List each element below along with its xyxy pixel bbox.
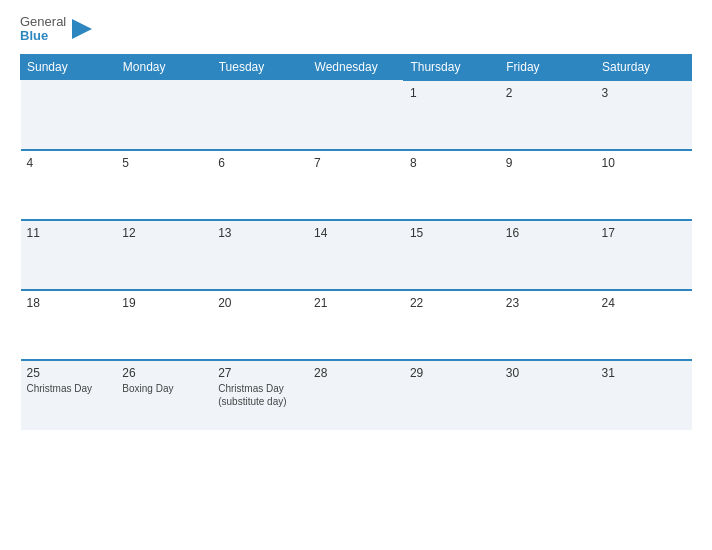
day-number: 15 <box>410 226 494 240</box>
day-header-wednesday: Wednesday <box>308 54 404 80</box>
calendar-cell <box>116 80 212 150</box>
days-header-row: SundayMondayTuesdayWednesdayThursdayFrid… <box>21 54 692 80</box>
week-row-3: 11121314151617 <box>21 220 692 290</box>
day-number: 12 <box>122 226 206 240</box>
week-row-1: 123 <box>21 80 692 150</box>
day-number: 6 <box>218 156 302 170</box>
logo-flag-icon <box>68 15 96 43</box>
week-row-4: 18192021222324 <box>21 290 692 360</box>
calendar-cell <box>21 80 117 150</box>
day-number: 4 <box>27 156 111 170</box>
calendar-cell: 27Christmas Day (substitute day) <box>212 360 308 430</box>
day-number: 1 <box>410 86 494 100</box>
calendar-cell: 19 <box>116 290 212 360</box>
calendar-cell: 21 <box>308 290 404 360</box>
calendar-cell: 15 <box>404 220 500 290</box>
logo: General Blue <box>20 15 96 44</box>
calendar-cell: 23 <box>500 290 596 360</box>
day-number: 21 <box>314 296 398 310</box>
day-number: 24 <box>602 296 686 310</box>
holiday-label: Boxing Day <box>122 382 206 395</box>
logo-text: General Blue <box>20 15 66 44</box>
day-number: 16 <box>506 226 590 240</box>
calendar-cell: 5 <box>116 150 212 220</box>
week-row-5: 25Christmas Day26Boxing Day27Christmas D… <box>21 360 692 430</box>
calendar-cell: 24 <box>596 290 692 360</box>
calendar-cell: 31 <box>596 360 692 430</box>
calendar-cell: 16 <box>500 220 596 290</box>
day-number: 26 <box>122 366 206 380</box>
calendar-cell: 26Boxing Day <box>116 360 212 430</box>
day-number: 30 <box>506 366 590 380</box>
calendar-cell: 2 <box>500 80 596 150</box>
calendar-cell: 4 <box>21 150 117 220</box>
day-number: 19 <box>122 296 206 310</box>
calendar-table: SundayMondayTuesdayWednesdayThursdayFrid… <box>20 54 692 430</box>
calendar-cell: 11 <box>21 220 117 290</box>
day-header-saturday: Saturday <box>596 54 692 80</box>
day-number: 2 <box>506 86 590 100</box>
calendar-cell: 8 <box>404 150 500 220</box>
holiday-label: Christmas Day <box>27 382 111 395</box>
calendar-cell: 9 <box>500 150 596 220</box>
day-number: 11 <box>27 226 111 240</box>
day-number: 20 <box>218 296 302 310</box>
calendar-cell: 30 <box>500 360 596 430</box>
day-number: 17 <box>602 226 686 240</box>
calendar-cell: 25Christmas Day <box>21 360 117 430</box>
page: General Blue SundayMondayTuesdayWednesda… <box>0 0 712 550</box>
calendar-header: SundayMondayTuesdayWednesdayThursdayFrid… <box>21 54 692 80</box>
day-number: 10 <box>602 156 686 170</box>
calendar-cell: 14 <box>308 220 404 290</box>
svg-marker-0 <box>72 19 92 39</box>
calendar-cell: 13 <box>212 220 308 290</box>
day-number: 7 <box>314 156 398 170</box>
day-number: 28 <box>314 366 398 380</box>
week-row-2: 45678910 <box>21 150 692 220</box>
day-number: 14 <box>314 226 398 240</box>
day-number: 9 <box>506 156 590 170</box>
day-header-monday: Monday <box>116 54 212 80</box>
day-number: 31 <box>602 366 686 380</box>
day-number: 22 <box>410 296 494 310</box>
day-number: 8 <box>410 156 494 170</box>
calendar-cell: 3 <box>596 80 692 150</box>
day-header-tuesday: Tuesday <box>212 54 308 80</box>
calendar-cell: 29 <box>404 360 500 430</box>
day-number: 18 <box>27 296 111 310</box>
day-number: 29 <box>410 366 494 380</box>
calendar-cell: 6 <box>212 150 308 220</box>
day-number: 13 <box>218 226 302 240</box>
day-header-sunday: Sunday <box>21 54 117 80</box>
day-number: 5 <box>122 156 206 170</box>
calendar-cell: 7 <box>308 150 404 220</box>
day-header-friday: Friday <box>500 54 596 80</box>
calendar-cell: 17 <box>596 220 692 290</box>
day-number: 3 <box>602 86 686 100</box>
calendar-cell: 1 <box>404 80 500 150</box>
calendar-cell: 28 <box>308 360 404 430</box>
day-number: 25 <box>27 366 111 380</box>
header: General Blue <box>20 15 692 44</box>
day-header-thursday: Thursday <box>404 54 500 80</box>
calendar-cell: 12 <box>116 220 212 290</box>
calendar-cell: 10 <box>596 150 692 220</box>
holiday-label: Christmas Day (substitute day) <box>218 382 302 408</box>
calendar-body: 1234567891011121314151617181920212223242… <box>21 80 692 430</box>
calendar-cell <box>308 80 404 150</box>
calendar-cell <box>212 80 308 150</box>
calendar-cell: 22 <box>404 290 500 360</box>
calendar-cell: 18 <box>21 290 117 360</box>
calendar-cell: 20 <box>212 290 308 360</box>
day-number: 27 <box>218 366 302 380</box>
day-number: 23 <box>506 296 590 310</box>
